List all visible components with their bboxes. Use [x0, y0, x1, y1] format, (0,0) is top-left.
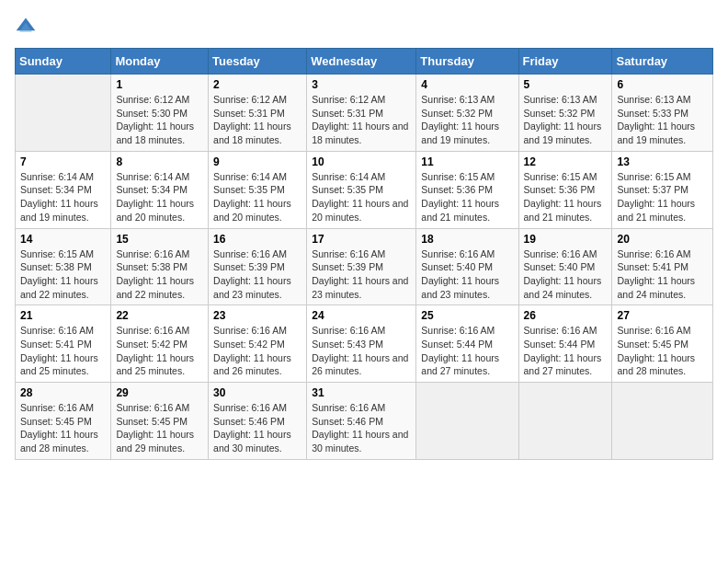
day-cell: 17Sunrise: 6:16 AM Sunset: 5:39 PM Dayli…: [307, 228, 416, 305]
day-number: 11: [421, 155, 513, 168]
logo-icon: [15, 15, 37, 37]
day-number: 10: [312, 155, 411, 168]
column-header-monday: Monday: [111, 49, 209, 75]
day-cell: 12Sunrise: 6:15 AM Sunset: 5:36 PM Dayli…: [518, 151, 612, 228]
day-info: Sunrise: 6:13 AM Sunset: 5:32 PM Dayligh…: [524, 93, 608, 147]
day-cell: 15Sunrise: 6:16 AM Sunset: 5:38 PM Dayli…: [111, 228, 209, 305]
day-number: 17: [312, 233, 411, 246]
day-number: 23: [213, 309, 301, 322]
week-row-3: 14Sunrise: 6:15 AM Sunset: 5:38 PM Dayli…: [16, 228, 713, 305]
day-cell: 19Sunrise: 6:16 AM Sunset: 5:40 PM Dayli…: [518, 228, 612, 305]
day-number: 26: [524, 309, 608, 322]
day-cell: 24Sunrise: 6:16 AM Sunset: 5:43 PM Dayli…: [307, 305, 416, 383]
day-number: 21: [20, 309, 106, 322]
day-cell: 29Sunrise: 6:16 AM Sunset: 5:45 PM Dayli…: [111, 383, 209, 460]
day-cell: 6Sunrise: 6:13 AM Sunset: 5:33 PM Daylig…: [612, 75, 713, 152]
calendar-body: 1Sunrise: 6:12 AM Sunset: 5:30 PM Daylig…: [16, 75, 713, 460]
week-row-2: 7Sunrise: 6:14 AM Sunset: 5:34 PM Daylig…: [16, 151, 713, 228]
day-info: Sunrise: 6:14 AM Sunset: 5:34 PM Dayligh…: [116, 170, 203, 224]
day-info: Sunrise: 6:15 AM Sunset: 5:38 PM Dayligh…: [20, 247, 106, 302]
day-cell: 26Sunrise: 6:16 AM Sunset: 5:44 PM Dayli…: [518, 305, 612, 383]
day-info: Sunrise: 6:16 AM Sunset: 5:41 PM Dayligh…: [20, 324, 106, 378]
day-number: 18: [421, 233, 513, 246]
day-number: 1: [116, 78, 203, 91]
day-info: Sunrise: 6:13 AM Sunset: 5:33 PM Dayligh…: [617, 93, 708, 147]
day-number: 20: [617, 233, 708, 246]
day-info: Sunrise: 6:16 AM Sunset: 5:45 PM Dayligh…: [20, 401, 106, 455]
day-info: Sunrise: 6:14 AM Sunset: 5:35 PM Dayligh…: [312, 170, 411, 224]
day-info: Sunrise: 6:16 AM Sunset: 5:40 PM Dayligh…: [524, 247, 608, 302]
day-cell: [16, 75, 111, 152]
day-info: Sunrise: 6:16 AM Sunset: 5:39 PM Dayligh…: [213, 247, 301, 302]
day-cell: 25Sunrise: 6:16 AM Sunset: 5:44 PM Dayli…: [416, 305, 518, 383]
day-info: Sunrise: 6:16 AM Sunset: 5:41 PM Dayligh…: [617, 247, 708, 302]
day-number: 29: [116, 386, 203, 399]
day-cell: 23Sunrise: 6:16 AM Sunset: 5:42 PM Dayli…: [209, 305, 307, 383]
day-info: Sunrise: 6:16 AM Sunset: 5:45 PM Dayligh…: [617, 324, 708, 378]
day-number: 9: [213, 155, 301, 168]
day-cell: 30Sunrise: 6:16 AM Sunset: 5:46 PM Dayli…: [209, 383, 307, 460]
day-cell: 27Sunrise: 6:16 AM Sunset: 5:45 PM Dayli…: [612, 305, 713, 383]
day-info: Sunrise: 6:14 AM Sunset: 5:35 PM Dayligh…: [213, 170, 301, 224]
day-info: Sunrise: 6:15 AM Sunset: 5:37 PM Dayligh…: [617, 170, 708, 224]
day-info: Sunrise: 6:16 AM Sunset: 5:46 PM Dayligh…: [312, 401, 411, 455]
day-number: 31: [312, 386, 411, 399]
day-info: Sunrise: 6:12 AM Sunset: 5:31 PM Dayligh…: [213, 93, 301, 147]
day-number: 22: [116, 309, 203, 322]
day-number: 2: [213, 78, 301, 91]
day-info: Sunrise: 6:12 AM Sunset: 5:30 PM Dayligh…: [116, 93, 203, 147]
day-number: 8: [116, 155, 203, 168]
day-cell: 14Sunrise: 6:15 AM Sunset: 5:38 PM Dayli…: [16, 228, 111, 305]
day-info: Sunrise: 6:14 AM Sunset: 5:34 PM Dayligh…: [20, 170, 106, 224]
day-info: Sunrise: 6:16 AM Sunset: 5:43 PM Dayligh…: [312, 324, 411, 378]
day-info: Sunrise: 6:16 AM Sunset: 5:44 PM Dayligh…: [524, 324, 608, 378]
day-number: 7: [20, 155, 106, 168]
day-cell: 1Sunrise: 6:12 AM Sunset: 5:30 PM Daylig…: [111, 75, 209, 152]
day-number: 27: [617, 309, 708, 322]
column-header-sunday: Sunday: [16, 49, 111, 75]
day-number: 6: [617, 78, 708, 91]
day-cell: 9Sunrise: 6:14 AM Sunset: 5:35 PM Daylig…: [209, 151, 307, 228]
day-cell: 22Sunrise: 6:16 AM Sunset: 5:42 PM Dayli…: [111, 305, 209, 383]
day-number: 15: [116, 233, 203, 246]
day-info: Sunrise: 6:13 AM Sunset: 5:32 PM Dayligh…: [421, 93, 513, 147]
day-cell: 18Sunrise: 6:16 AM Sunset: 5:40 PM Dayli…: [416, 228, 518, 305]
day-info: Sunrise: 6:15 AM Sunset: 5:36 PM Dayligh…: [524, 170, 608, 224]
day-cell: [612, 383, 713, 460]
day-cell: 21Sunrise: 6:16 AM Sunset: 5:41 PM Dayli…: [16, 305, 111, 383]
day-cell: 28Sunrise: 6:16 AM Sunset: 5:45 PM Dayli…: [16, 383, 111, 460]
day-cell: 8Sunrise: 6:14 AM Sunset: 5:34 PM Daylig…: [111, 151, 209, 228]
day-cell: 3Sunrise: 6:12 AM Sunset: 5:31 PM Daylig…: [307, 75, 416, 152]
day-number: 4: [421, 78, 513, 91]
day-cell: 11Sunrise: 6:15 AM Sunset: 5:36 PM Dayli…: [416, 151, 518, 228]
calendar-header: SundayMondayTuesdayWednesdayThursdayFrid…: [16, 49, 713, 75]
column-header-friday: Friday: [518, 49, 612, 75]
day-cell: 4Sunrise: 6:13 AM Sunset: 5:32 PM Daylig…: [416, 75, 518, 152]
day-cell: [416, 383, 518, 460]
week-row-1: 1Sunrise: 6:12 AM Sunset: 5:30 PM Daylig…: [16, 75, 713, 152]
day-number: 16: [213, 233, 301, 246]
day-info: Sunrise: 6:16 AM Sunset: 5:45 PM Dayligh…: [116, 401, 203, 455]
day-number: 19: [524, 233, 608, 246]
day-number: 28: [20, 386, 106, 399]
day-number: 25: [421, 309, 513, 322]
day-cell: 31Sunrise: 6:16 AM Sunset: 5:46 PM Dayli…: [307, 383, 416, 460]
day-number: 30: [213, 386, 301, 399]
calendar-table: SundayMondayTuesdayWednesdayThursdayFrid…: [15, 48, 713, 460]
day-cell: 20Sunrise: 6:16 AM Sunset: 5:41 PM Dayli…: [612, 228, 713, 305]
day-cell: 10Sunrise: 6:14 AM Sunset: 5:35 PM Dayli…: [307, 151, 416, 228]
day-cell: 13Sunrise: 6:15 AM Sunset: 5:37 PM Dayli…: [612, 151, 713, 228]
day-info: Sunrise: 6:12 AM Sunset: 5:31 PM Dayligh…: [312, 93, 411, 147]
day-info: Sunrise: 6:15 AM Sunset: 5:36 PM Dayligh…: [421, 170, 513, 224]
column-header-thursday: Thursday: [416, 49, 518, 75]
column-header-saturday: Saturday: [612, 49, 713, 75]
day-cell: 5Sunrise: 6:13 AM Sunset: 5:32 PM Daylig…: [518, 75, 612, 152]
day-number: 5: [524, 78, 608, 91]
day-number: 24: [312, 309, 411, 322]
day-cell: 2Sunrise: 6:12 AM Sunset: 5:31 PM Daylig…: [209, 75, 307, 152]
day-info: Sunrise: 6:16 AM Sunset: 5:40 PM Dayligh…: [421, 247, 513, 302]
column-header-wednesday: Wednesday: [307, 49, 416, 75]
day-number: 3: [312, 78, 411, 91]
day-cell: [518, 383, 612, 460]
day-number: 14: [20, 233, 106, 246]
